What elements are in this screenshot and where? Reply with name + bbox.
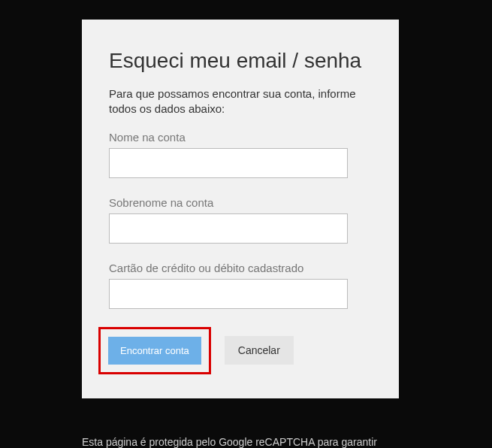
cancel-button[interactable]: Cancelar [225, 336, 294, 365]
last-name-group: Sobrenome na conta [109, 196, 372, 244]
last-name-label: Sobrenome na conta [109, 196, 372, 209]
buttons-row: Encontrar conta Cancelar [109, 327, 372, 374]
highlight-annotation: Encontrar conta [98, 327, 211, 374]
first-name-input[interactable] [109, 148, 348, 178]
forgot-credentials-card: Esqueci meu email / senha Para que possa… [82, 20, 399, 398]
first-name-label: Nome na conta [109, 131, 372, 144]
page-title: Esqueci meu email / senha [109, 48, 372, 73]
card-number-input[interactable] [109, 279, 348, 309]
last-name-input[interactable] [109, 213, 348, 244]
card-number-group: Cartão de crédito ou débito cadastrado [109, 262, 372, 309]
first-name-group: Nome na conta [109, 131, 372, 178]
recaptcha-notice: Esta página é protegida pelo Google reCA… [82, 436, 399, 448]
find-account-button[interactable]: Encontrar conta [108, 337, 201, 365]
card-number-label: Cartão de crédito ou débito cadastrado [109, 262, 372, 274]
page-description: Para que possamos encontrar sua conta, i… [109, 86, 372, 117]
